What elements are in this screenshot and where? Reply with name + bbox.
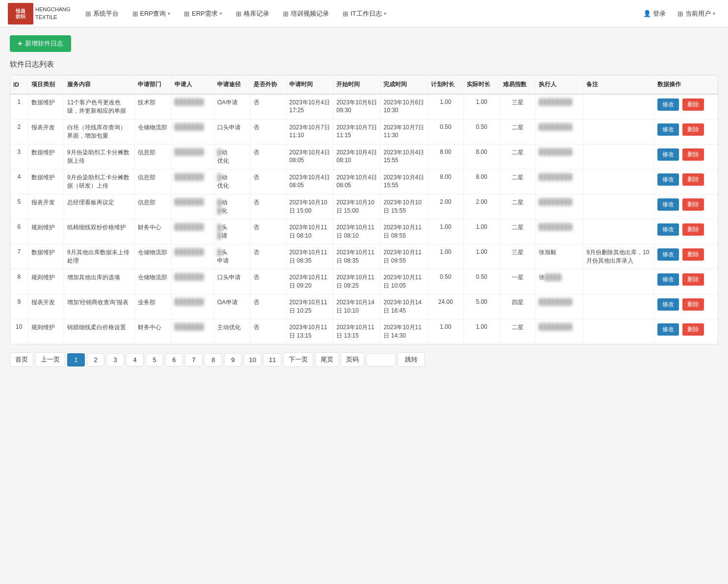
cell-plan: 1.00 [427,244,463,269]
cell-diff: 三星 [500,244,535,269]
cell-starttime: 2023年10月10日 15:00 [333,195,380,219]
pagination-prev[interactable]: 上一页 [35,352,65,367]
th-category: 项目类别 [28,75,64,94]
cell-ops: 修改 删除 [654,195,718,219]
cell-actual: 8.00 [464,170,500,195]
cell-person: ███████ [171,170,214,195]
cell-apptime: 2023年10月4日 17:25 [286,94,333,120]
th-exec: 执行人 [535,75,583,94]
edit-button[interactable]: 修改 [657,148,679,161]
grid-icon-2: ⊞ [132,10,138,18]
pagination-page-9[interactable]: 9 [224,353,242,366]
pagination-next[interactable]: 下一页 [283,352,313,367]
edit-button[interactable]: 修改 [657,98,679,111]
edit-button[interactable]: 修改 [657,323,679,336]
nav-login-label: 登录 [653,9,666,18]
delete-button[interactable]: 删除 [682,298,704,311]
cell-person: ███████ [171,94,214,120]
cell-outside: 否 [250,94,286,120]
edit-button[interactable]: 修改 [657,298,679,311]
edit-button[interactable]: 修改 [657,223,679,236]
cell-diff: 三星 [500,94,535,120]
cell-plan: 8.00 [427,170,463,195]
cell-dept: 信息部 [135,195,172,219]
cell-starttime: 2023年10月4日 08:10 [333,145,380,170]
delete-button[interactable]: 删除 [682,98,704,111]
pagination-jump-input[interactable] [366,353,396,366]
cell-remark [583,219,654,244]
cell-plan: 0.50 [427,120,463,145]
cell-dept: 财务中心 [135,319,172,344]
edit-button[interactable]: 修改 [657,173,679,186]
cell-outside: 否 [250,244,286,269]
nav-current-user[interactable]: ⊞ 当前用户 ▾ [673,0,720,27]
cell-diff: 二星 [500,145,535,170]
pagination-page-2[interactable]: 2 [87,353,104,366]
cell-plan: 8.00 [427,145,463,170]
pagination-page-8[interactable]: 8 [204,353,222,366]
cell-category: 规则维护 [28,219,64,244]
person-blurred: ███████ [175,98,204,105]
nav-item-warehouse[interactable]: ⊞ 格库记录 [231,0,274,27]
cell-category: 数据维护 [28,94,64,120]
pagination-jump-button[interactable]: 跳转 [398,352,425,367]
pagination-page-7[interactable]: 7 [185,353,202,366]
table-row: 2 报表开发 白坯（坯线库存查询）界面，增加包重 仓储物流部 ███████ 口… [10,120,718,145]
nav-user-label: 当前用户 [685,9,711,18]
delete-button[interactable]: 删除 [682,323,704,336]
delete-button[interactable]: 删除 [682,248,704,261]
cell-id: 2 [10,120,28,145]
nav-item-platform[interactable]: ⊞ 系统平台 [80,0,124,27]
nav-item-erp-query[interactable]: ⊞ ERP查询 ▾ [127,0,176,27]
cell-id: 8 [10,269,28,294]
cell-category: 报表开发 [28,120,64,145]
delete-button[interactable]: 删除 [682,273,704,286]
cell-service: 9月其他出库数据未上传处理 [64,244,134,269]
delete-button[interactable]: 删除 [682,173,704,186]
delete-button[interactable]: 删除 [682,123,704,136]
cell-channel: █头申请 [214,244,250,269]
nav-item-training[interactable]: ⊞ 培训视频记录 [278,0,334,27]
edit-button[interactable]: 修改 [657,248,679,261]
pagination-page-4[interactable]: 4 [126,353,144,366]
cell-endtime: 2023年10月10日 15:55 [380,195,427,219]
pagination-page-10[interactable]: 10 [244,353,261,366]
pagination-page-3[interactable]: 3 [106,353,124,366]
pagination-page-5[interactable]: 5 [146,353,163,366]
cell-plan: 1.00 [427,219,463,244]
cell-service: 白坯（坯线库存查询）界面，增加包重 [64,120,134,145]
person-blurred: ███████ [175,148,204,155]
cell-apptime: 2023年10月11日 10:25 [286,294,333,319]
cell-endtime: 2023年10月11日 09:55 [380,244,427,269]
pagination-page-1[interactable]: 1 [67,353,85,366]
cell-exec: 张████ [535,269,583,294]
cell-starttime: 2023年10月7日 11:15 [333,120,380,145]
grid-icon-5: ⊞ [283,10,289,18]
delete-button[interactable]: 删除 [682,148,704,161]
grid-icon-7: ⊞ [678,10,683,18]
nav-item-it-log[interactable]: ⊞ IT工作日志 ▾ [338,0,391,27]
pagination-first[interactable]: 首页 [10,352,33,367]
delete-button[interactable]: 删除 [682,223,704,236]
pagination-page-6[interactable]: 6 [165,353,183,366]
nav-item-erp-demand[interactable]: ⊞ ERP需求 ▾ [179,0,227,27]
cell-dept: 信息部 [135,170,172,195]
grid-icon: ⊞ [85,10,91,18]
pagination-page-11[interactable]: 11 [263,353,281,366]
edit-button[interactable]: 修改 [657,123,679,136]
pagination-last[interactable]: 尾页 [315,352,339,367]
cell-id: 10 [10,319,28,344]
cell-diff: 一星 [500,269,535,294]
edit-button[interactable]: 修改 [657,198,679,211]
add-log-button[interactable]: + 新增软件日志 [10,35,71,52]
cell-exec: ████████ [535,319,583,344]
cell-diff: 二星 [500,319,535,344]
edit-button[interactable]: 修改 [657,273,679,286]
cell-plan: 1.00 [427,94,463,120]
person-blurred: ███████ [175,248,204,255]
table-header-row: ID 项目类别 服务内容 申请部门 申请人 申请途径 是否外协 申请时间 开始时… [10,75,718,94]
nav-login[interactable]: 👤 登录 [638,0,671,27]
delete-button[interactable]: 删除 [682,198,704,211]
table-row: 1 数据维护 11个客户色号更改色级，并更新相应的单据 技术部 ███████ … [10,94,718,120]
cell-category: 规则维护 [28,319,64,344]
